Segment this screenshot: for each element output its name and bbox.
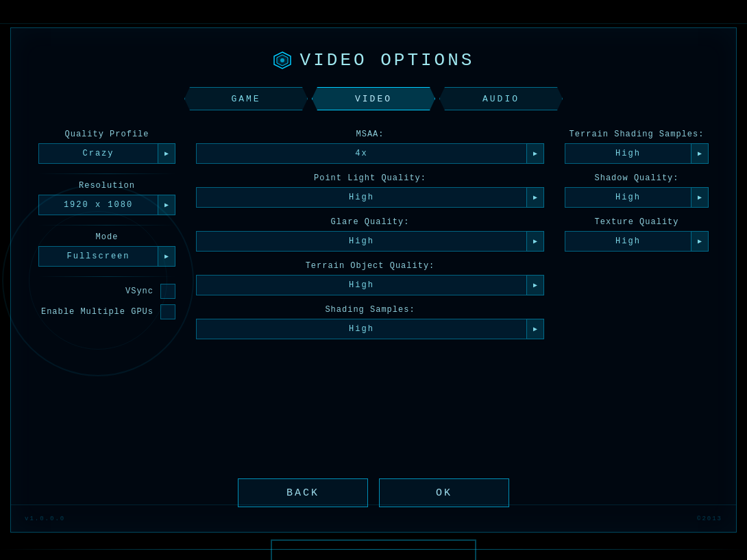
multi-gpu-checkbox[interactable]: [160, 304, 175, 319]
screen-top-bar: [0, 0, 747, 24]
back-button[interactable]: Back: [238, 478, 368, 507]
mode-group: Mode Fullscreen ▶: [38, 232, 175, 267]
shading-arrow[interactable]: ▶: [526, 319, 544, 339]
resolution-value[interactable]: 1920 x 1080: [38, 195, 158, 215]
shading-dropdown: High ▶: [196, 319, 544, 339]
texture-value[interactable]: High: [565, 231, 691, 252]
texture-dropdown: High ▶: [565, 231, 709, 252]
quality-profile-group: Quality Profile Crazy ▶: [38, 130, 175, 164]
ok-button[interactable]: OK: [379, 478, 509, 507]
mode-value[interactable]: Fullscreen: [38, 246, 158, 267]
shadow-group: Shadow Quality: High ▶: [565, 173, 709, 208]
quality-profile-value[interactable]: Crazy: [38, 143, 158, 164]
title-area: Video Options: [11, 28, 736, 71]
quality-profile-dropdown: Crazy ▶: [38, 143, 175, 164]
terrain-shading-label: Terrain Shading Samples:: [565, 130, 709, 139]
shadow-label: Shadow Quality:: [565, 173, 709, 183]
svg-point-2: [280, 58, 284, 62]
glare-group: Glare Quality: High ▶: [196, 217, 544, 252]
texture-group: Texture Quality High ▶: [565, 217, 709, 252]
terrain-obj-group: Terrain Object Quality: High ▶: [196, 261, 544, 295]
shading-label: Shading Samples:: [196, 305, 544, 315]
shadow-arrow[interactable]: ▶: [691, 187, 709, 208]
mid-column: MSAA: 4x ▶ Point Light Quality: High ▶ G…: [196, 130, 544, 349]
terrain-obj-value[interactable]: High: [196, 275, 526, 295]
bottom-bar: Back OK: [11, 478, 736, 507]
shadow-value[interactable]: High: [565, 187, 691, 208]
resolution-dropdown: 1920 x 1080 ▶: [38, 195, 175, 215]
terrain-shading-group: Terrain Shading Samples: High ▶: [565, 130, 709, 164]
multi-gpu-row: Enable Multiple GPUs: [38, 304, 175, 319]
quality-profile-arrow[interactable]: ▶: [158, 143, 175, 164]
shadow-dropdown: High ▶: [565, 187, 709, 208]
msaa-label: MSAA:: [196, 130, 544, 139]
texture-label: Texture Quality: [565, 217, 709, 227]
bottom-deco: v1.0.0.0 ©2013: [11, 504, 736, 532]
msaa-value[interactable]: 4x: [196, 143, 526, 164]
tab-game[interactable]: GAME: [184, 87, 308, 110]
point-light-arrow[interactable]: ▶: [526, 187, 544, 208]
sep1: [38, 173, 175, 174]
vsync-label: VSync: [125, 287, 154, 296]
quality-profile-label: Quality Profile: [38, 130, 175, 139]
shading-group: Shading Samples: High ▶: [196, 305, 544, 339]
terrain-obj-label: Terrain Object Quality:: [196, 261, 544, 271]
glare-arrow[interactable]: ▶: [526, 231, 544, 252]
resolution-arrow[interactable]: ▶: [158, 195, 175, 215]
terrain-obj-dropdown: High ▶: [196, 275, 544, 295]
mode-dropdown: Fullscreen ▶: [38, 246, 175, 267]
mode-arrow[interactable]: ▶: [158, 246, 175, 267]
page-title: Video Options: [300, 50, 475, 71]
mode-label: Mode: [38, 232, 175, 242]
point-light-label: Point Light Quality:: [196, 173, 544, 183]
vsync-checkbox[interactable]: [160, 284, 175, 299]
shading-value[interactable]: High: [196, 319, 526, 339]
resolution-group: Resolution 1920 x 1080 ▶: [38, 181, 175, 215]
sep3: [38, 276, 175, 277]
video-options-icon: [273, 51, 292, 70]
deco-right: ©2013: [697, 515, 722, 522]
msaa-arrow[interactable]: ▶: [526, 143, 544, 164]
point-light-value[interactable]: High: [196, 187, 526, 208]
content-area: Quality Profile Crazy ▶ Resolution 1920 …: [11, 130, 736, 349]
terrain-shading-arrow[interactable]: ▶: [691, 143, 709, 164]
tab-video[interactable]: VIDEO: [312, 87, 435, 110]
glare-value[interactable]: High: [196, 231, 526, 252]
msaa-group: MSAA: 4x ▶: [196, 130, 544, 164]
main-panel: Video Options GAME VIDEO AUDIO Quality P…: [10, 27, 737, 533]
tab-audio[interactable]: AUDIO: [439, 87, 563, 110]
screen-bottom-bar: [0, 533, 747, 560]
terrain-obj-arrow[interactable]: ▶: [526, 275, 544, 295]
right-column: Terrain Shading Samples: High ▶ Shadow Q…: [565, 130, 709, 349]
texture-arrow[interactable]: ▶: [691, 231, 709, 252]
bottom-silhouette: [271, 539, 476, 560]
point-light-dropdown: High ▶: [196, 187, 544, 208]
terrain-shading-value[interactable]: High: [565, 143, 691, 164]
resolution-label: Resolution: [38, 181, 175, 191]
tab-nav: GAME VIDEO AUDIO: [11, 87, 736, 110]
vsync-row: VSync: [38, 284, 175, 299]
msaa-dropdown: 4x ▶: [196, 143, 544, 164]
glare-dropdown: High ▶: [196, 231, 544, 252]
multi-gpu-label: Enable Multiple GPUs: [41, 307, 154, 317]
point-light-group: Point Light Quality: High ▶: [196, 173, 544, 208]
terrain-shading-dropdown: High ▶: [565, 143, 709, 164]
left-column: Quality Profile Crazy ▶ Resolution 1920 …: [38, 130, 175, 349]
sep2: [38, 225, 175, 226]
glare-label: Glare Quality:: [196, 217, 544, 227]
deco-left: v1.0.0.0: [25, 515, 65, 522]
